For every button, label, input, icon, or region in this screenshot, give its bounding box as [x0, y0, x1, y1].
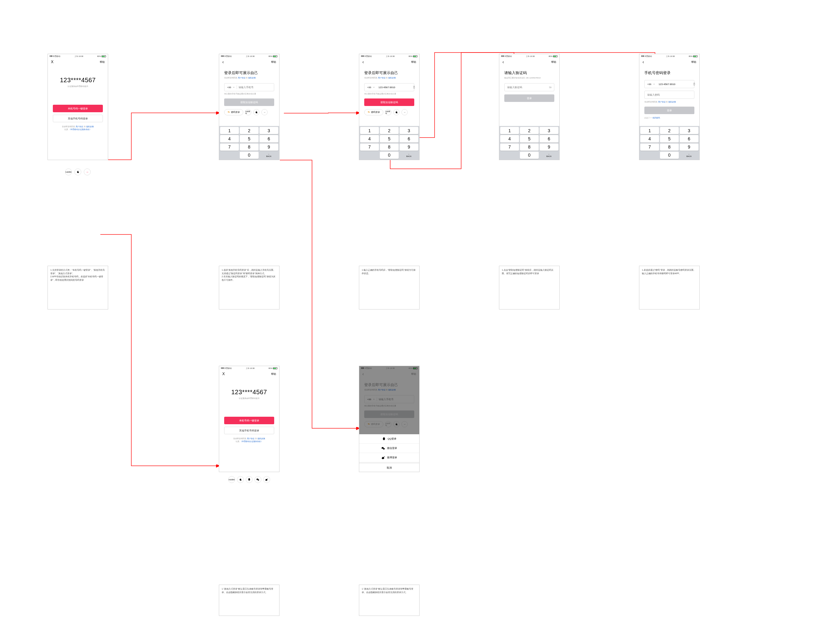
- phone-input[interactable]: [659, 83, 692, 86]
- key-3[interactable]: 3: [540, 127, 558, 134]
- back-button[interactable]: ‹: [222, 60, 224, 64]
- country-code[interactable]: +86: [647, 83, 652, 86]
- back-button[interactable]: ‹: [362, 60, 364, 64]
- phone-input-row[interactable]: +86▼: [224, 83, 274, 91]
- one-click-login-button[interactable]: 本机号码一键登录: [53, 105, 103, 112]
- phone-input[interactable]: [379, 86, 411, 89]
- privacy-policy-link[interactable]: 隐私政策: [86, 126, 94, 127]
- key-3[interactable]: 3: [259, 127, 278, 134]
- wechat-login-button[interactable]: [255, 476, 261, 483]
- toutiao-login-button[interactable]: 头条图标: [65, 169, 72, 175]
- help-button[interactable]: 帮助: [691, 60, 696, 64]
- phone-input-row[interactable]: +86▼ ✕: [644, 80, 694, 88]
- phone-input-row[interactable]: +86▼ ✕: [364, 83, 414, 91]
- key-3[interactable]: 3: [400, 127, 418, 134]
- apple-login-button[interactable]: [393, 109, 400, 115]
- clear-input-button[interactable]: ✕: [693, 83, 695, 86]
- carrier-terms-link[interactable]: 《中国移动认证服务条款》: [69, 129, 91, 130]
- help-button[interactable]: 帮助: [551, 60, 556, 64]
- user-agreement-link[interactable]: 用户协议: [658, 101, 666, 103]
- key-6[interactable]: 6: [680, 135, 698, 142]
- key-backspace[interactable]: ←BACK: [680, 152, 698, 159]
- key-5[interactable]: 5: [660, 135, 679, 142]
- apple-login-button[interactable]: [237, 476, 244, 483]
- key-7[interactable]: 7: [500, 144, 519, 151]
- privacy-policy-link[interactable]: 隐私政策: [388, 77, 396, 79]
- privacy-policy-link[interactable]: 隐私政策: [669, 101, 676, 103]
- key-7[interactable]: 7: [360, 144, 379, 151]
- key-2[interactable]: 2: [660, 127, 679, 134]
- key-0[interactable]: 0: [520, 152, 539, 159]
- key-5[interactable]: 5: [520, 135, 539, 142]
- help-button[interactable]: 帮助: [271, 60, 276, 64]
- toutiao-login-button[interactable]: 头条图标: [228, 476, 235, 483]
- back-button[interactable]: ‹: [502, 60, 504, 64]
- toutiao-login-button[interactable]: 头条图标: [245, 109, 252, 115]
- one-click-login-button[interactable]: 本机号码一键登录: [224, 417, 274, 424]
- password-input[interactable]: [647, 94, 692, 96]
- cancel-button[interactable]: 取消: [359, 462, 419, 472]
- key-3[interactable]: 3: [680, 127, 698, 134]
- key-0[interactable]: 0: [240, 152, 259, 159]
- key-4[interactable]: 4: [640, 135, 659, 142]
- user-agreement-link[interactable]: 用户协议: [238, 77, 245, 79]
- other-phone-login-button[interactable]: 其他手机号码登录: [224, 427, 274, 434]
- weibo-login-item[interactable]: 微博登录: [359, 453, 419, 462]
- qq-login-item[interactable]: QQ登录: [359, 434, 419, 444]
- toutiao-login-button[interactable]: 头条图标: [385, 109, 391, 115]
- key-4[interactable]: 4: [500, 135, 519, 142]
- key-8[interactable]: 8: [520, 144, 539, 151]
- apple-login-button[interactable]: [74, 169, 81, 175]
- key-5[interactable]: 5: [380, 135, 399, 142]
- carrier-terms-link[interactable]: 《中国移动认证服务条款》: [240, 440, 262, 442]
- close-button[interactable]: X: [222, 372, 225, 376]
- help-button[interactable]: 帮助: [100, 60, 105, 64]
- key-8[interactable]: 8: [240, 144, 259, 151]
- key-9[interactable]: 9: [680, 144, 698, 151]
- wechat-login-item[interactable]: 微信登录: [359, 444, 419, 453]
- key-6[interactable]: 6: [540, 135, 558, 142]
- back-button[interactable]: ‹: [643, 60, 644, 64]
- key-backspace[interactable]: ←BACK: [259, 152, 278, 159]
- key-8[interactable]: 8: [660, 144, 679, 151]
- key-1[interactable]: 1: [640, 127, 659, 134]
- password-login-button[interactable]: 密码登录: [364, 109, 383, 115]
- more-login-button[interactable]: ···: [402, 109, 408, 115]
- privacy-policy-link[interactable]: 隐私政策: [248, 77, 256, 79]
- country-code[interactable]: +86: [367, 86, 371, 89]
- key-backspace[interactable]: ←BACK: [540, 152, 558, 159]
- key-7[interactable]: 7: [640, 144, 659, 151]
- country-code[interactable]: +86: [227, 86, 232, 89]
- key-6[interactable]: 6: [400, 135, 418, 142]
- user-agreement-link[interactable]: 用户协议: [247, 438, 255, 440]
- user-agreement-link[interactable]: 用户协议: [76, 126, 83, 127]
- close-button[interactable]: X: [51, 60, 54, 64]
- key-0[interactable]: 0: [380, 152, 399, 159]
- code-input[interactable]: [507, 86, 547, 89]
- key-2[interactable]: 2: [520, 127, 539, 134]
- get-code-button[interactable]: 获取短信验证码: [364, 98, 414, 106]
- qq-login-button[interactable]: [246, 476, 253, 483]
- more-login-button[interactable]: ···: [261, 109, 268, 115]
- password-login-button[interactable]: 密码登录: [224, 109, 243, 115]
- key-1[interactable]: 1: [220, 127, 239, 134]
- key-1[interactable]: 1: [500, 127, 519, 134]
- key-2[interactable]: 2: [240, 127, 259, 134]
- user-agreement-link[interactable]: 用户协议: [378, 77, 385, 79]
- password-input-row[interactable]: [644, 90, 694, 99]
- key-6[interactable]: 6: [259, 135, 278, 142]
- apple-login-button[interactable]: [253, 109, 259, 115]
- key-2[interactable]: 2: [380, 127, 399, 134]
- help-button[interactable]: 帮助: [271, 372, 276, 376]
- key-4[interactable]: 4: [220, 135, 239, 142]
- key-8[interactable]: 8: [380, 144, 399, 151]
- more-login-button[interactable]: ···: [84, 169, 90, 175]
- code-input-row[interactable]: 59: [504, 83, 554, 91]
- weibo-login-button[interactable]: [263, 476, 270, 483]
- help-button[interactable]: 帮助: [411, 60, 416, 64]
- key-9[interactable]: 9: [259, 144, 278, 151]
- key-5[interactable]: 5: [240, 135, 259, 142]
- phone-input[interactable]: [239, 86, 271, 89]
- key-9[interactable]: 9: [400, 144, 418, 151]
- privacy-policy-link[interactable]: 隐私政策: [258, 438, 265, 440]
